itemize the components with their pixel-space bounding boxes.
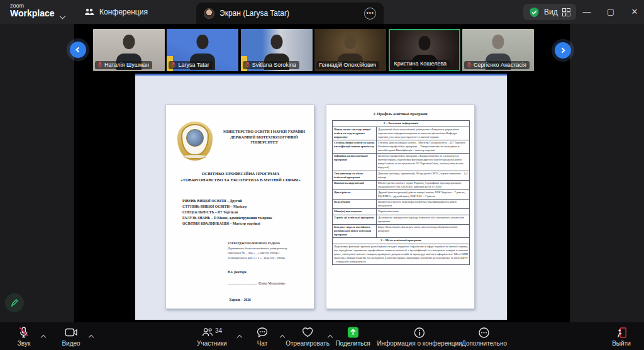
approval-block: ЗАТВЕРДЖЕНО ВЧЕНОЮ РАДОЮДержавного біоте… <box>228 241 308 260</box>
table-row: Цикл/рівеньДругий (магістерський) рівень… <box>333 190 470 200</box>
chat-options-chevron[interactable] <box>280 330 284 342</box>
table-cell-label: Наявність акредитації <box>333 180 377 189</box>
participant-tile[interactable]: Сергієнко Анастасія <box>462 29 534 71</box>
audio-options-chevron[interactable] <box>42 330 45 342</box>
participant-name: Наталія Шушман <box>104 62 149 68</box>
participant-tile[interactable]: Наталія Шушман <box>93 29 165 71</box>
table-row: Офіційна назва освітньої програмиОсвітнь… <box>333 154 470 171</box>
react-button[interactable]: Отреагировать <box>286 327 330 347</box>
video-button[interactable]: Видео <box>62 327 80 347</box>
ministry-header: МІНІСТЕРСТВО ОСВІТИ І НАУКИ УКРАЇНИ ДЕРЖ… <box>218 129 311 145</box>
muted-mic-icon <box>245 62 250 68</box>
participant-tile[interactable]: Кристина Кошелева <box>389 29 460 71</box>
participants-icon <box>202 327 213 337</box>
heart-icon <box>302 327 313 337</box>
zoom-workplace-logo: zoom Workplace <box>10 3 55 18</box>
participant-name-tag: Сергієнко Анастасія <box>464 61 530 69</box>
participant-name: Сергієнко Анастасія <box>474 62 526 68</box>
participant-tile[interactable]: Svitlana Sorokina <box>241 29 313 71</box>
program-details: РІВЕНЬ ВИЩОЇ ОСВІТИ – ДругийСТУПІНЬ ВИЩО… <box>182 198 272 227</box>
table-row: Інтернет адреса постійного розміщення оп… <box>333 224 470 237</box>
tab-conference[interactable]: Конференция <box>77 0 155 24</box>
tab-options-button[interactable]: ••• <box>364 8 376 20</box>
table-cell-label: Ступінь вищої освіти та назва кваліфікац… <box>333 140 377 153</box>
document-page-profile: 2. Профіль освітньої програми 1 – Загаль… <box>326 104 475 309</box>
participant-name: Геннадій Олексійович <box>319 62 376 68</box>
participant-tile[interactable]: Larysa Tatar <box>167 29 238 71</box>
program-title: ОСВІТНЬО-ПРОФЕСІЙНА ПРОГРАМА «ТОВАРОЗНАВ… <box>172 171 309 183</box>
profile-section-title: 2. Профіль освітньої програми <box>326 111 474 116</box>
table-row: Мова(и) викладанняУкраїнська мова <box>333 209 470 215</box>
close-button[interactable]: ✕ <box>624 0 644 24</box>
document-text-line: (протокол №__ від «__» квітня 2026р.) <box>228 251 308 256</box>
participant-name: Larysa Tatar <box>178 62 209 68</box>
table-cell-label: Повна назва закладу вищої освіти та стру… <box>333 127 377 140</box>
profile-table: 1 – Загальна інформаціяПовна назва закла… <box>332 120 470 265</box>
table-row: ПередумовиНаявність ступеня бакалавра (о… <box>333 200 470 209</box>
participant-name: Кристина Кошелева <box>394 60 447 67</box>
react-options-chevron[interactable] <box>328 330 332 342</box>
audio-button[interactable]: Звук <box>18 327 31 347</box>
document-viewer: МІНІСТЕРСТВО ОСВІТИ І НАУКИ УКРАЇНИ ДЕРЖ… <box>135 76 507 320</box>
rector-label: В.о. ректора <box>228 270 247 274</box>
participants-count: 34 <box>215 327 222 334</box>
chevron-left-icon <box>75 47 81 53</box>
table-cell-value: Освітньо-професійна програма «Товарознав… <box>377 154 470 171</box>
video-options-chevron[interactable] <box>89 330 93 342</box>
next-participants-button[interactable] <box>555 42 571 59</box>
view-button[interactable]: Вид <box>523 4 576 20</box>
participant-name: Svitlana Sorokina <box>252 62 296 68</box>
signature-line: __________________ /Олена Москаленко <box>228 281 285 285</box>
people-icon <box>84 8 94 16</box>
table-row: 1 – Загальна інформація <box>333 121 470 127</box>
chevron-right-icon <box>560 47 566 54</box>
table-cell-value: До повного завершення періоду навчання а… <box>377 215 470 224</box>
table-cell-label: Цикл/рівень <box>333 190 377 200</box>
chat-button[interactable]: Чат <box>257 327 268 347</box>
avatar <box>204 8 214 19</box>
annotation-button[interactable] <box>5 293 24 312</box>
grid-view-icon <box>562 8 570 16</box>
more-ellipsis-icon <box>479 327 489 338</box>
table-cell-value: Ступінь (рівень) вищої освіти – Магістр … <box>377 140 470 153</box>
university-emblem-logo <box>177 121 213 161</box>
participant-name-tag: Svitlana Sorokina <box>243 61 299 69</box>
leave-door-icon <box>616 327 626 338</box>
document-text-line: СТУПІНЬ ВИЩОЇ ОСВІТИ – Магістр <box>182 204 272 210</box>
tab-screen-share[interactable]: Экран (Larysa Tatar) ••• <box>196 3 384 24</box>
participants-button[interactable]: 34 Участники <box>197 327 227 347</box>
muted-mic-icon <box>97 62 103 68</box>
participant-name-tag: Геннадій Олексійович <box>316 61 379 69</box>
table-row: Підготовка фахівців здатних розв'язувати… <box>333 244 470 265</box>
chevron-down-icon[interactable] <box>60 9 65 14</box>
meeting-info-button[interactable]: Информация о конференции <box>377 327 462 347</box>
previous-participants-button[interactable] <box>70 42 86 58</box>
table-cell-label: Передумови <box>333 200 377 209</box>
muted-mic-icon <box>19 327 29 338</box>
share-screen-icon <box>347 327 358 338</box>
table-row: Повна назва закладу вищої освіти та стру… <box>333 127 470 140</box>
participant-name-tag: Наталія Шушман <box>95 61 152 69</box>
table-paragraph: Підготовка фахівців здатних розв'язувати… <box>333 244 470 265</box>
table-section-header: 1 – Загальна інформація <box>333 121 470 127</box>
minimize-button[interactable]: — <box>576 0 597 24</box>
table-row: Тип диплому та обсяг освітньої програмиД… <box>333 171 470 180</box>
leave-button[interactable]: Выйти <box>612 327 631 347</box>
muted-mic-icon <box>171 62 176 68</box>
table-section-header: 2 – Мета освітньої програми <box>333 238 470 244</box>
table-cell-value: Державний біотехнологічний університет Ф… <box>377 127 470 140</box>
participants-options-chevron[interactable] <box>238 330 242 342</box>
share-button[interactable]: Поделиться <box>335 327 370 347</box>
security-shield-icon <box>529 7 540 18</box>
table-cell-label: Офіційна назва освітньої програми <box>333 154 377 171</box>
table-cell-value: Українська мова <box>377 209 470 215</box>
maximize-button[interactable]: ▢ <box>600 0 621 24</box>
table-cell-value: https://biotechuniv.edu.ua/pro-universit… <box>377 224 470 237</box>
participant-tile[interactable]: Геннадій Олексійович <box>314 29 386 71</box>
city-year: Харків – 2026 <box>166 298 314 302</box>
document-text-line: РІВЕНЬ ВИЩОЇ ОСВІТИ – Другий <box>182 198 272 204</box>
participant-name-tag: Larysa Tatar <box>169 61 212 69</box>
table-cell-label: Мова(и) викладання <box>333 209 377 215</box>
info-icon <box>414 327 425 338</box>
more-button[interactable]: Дополнительно <box>462 327 507 347</box>
